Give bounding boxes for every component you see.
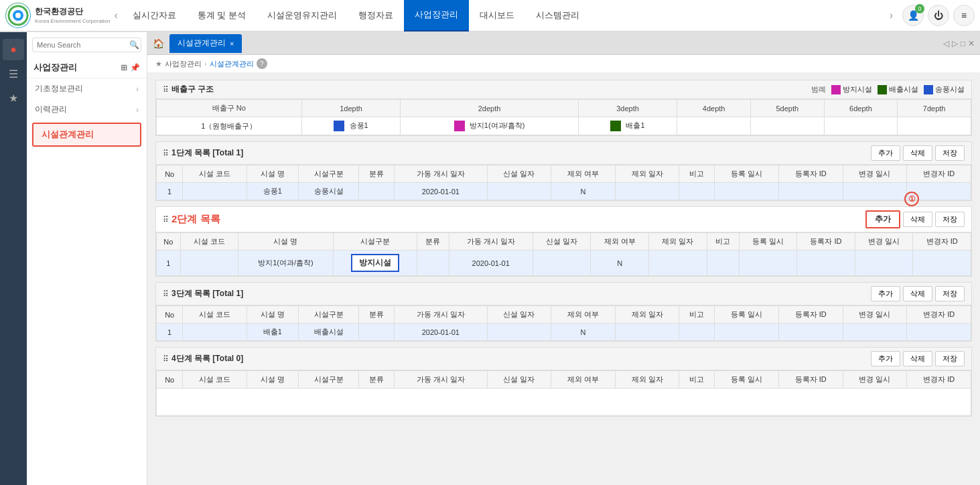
sidebar-icon-home[interactable]: ●	[3, 39, 24, 60]
emission-structure-table: 배출구 No 1depth 2depth 3depth 4depth 5dept…	[156, 99, 971, 135]
level4-delete-btn[interactable]: 삭제	[903, 351, 932, 366]
top-nav: 한국환경공단 Korea Environment Corporation ‹ 실…	[0, 0, 980, 32]
page-content: ⠿ 배출구 구조 범례 방지시설 배출시설	[147, 73, 980, 485]
level4-section-icon: ⠿	[163, 354, 169, 364]
empty-row	[157, 389, 971, 416]
search-box: 🔍	[32, 38, 141, 52]
emission-structure-section: ⠿ 배출구 구조 범례 방지시설 배출시설	[155, 80, 972, 136]
sidebar-copy-icon[interactable]: ⊞	[121, 63, 127, 72]
svg-point-3	[15, 13, 21, 18]
sidebar-icon-bar: ● ☰ ★	[0, 32, 27, 485]
level1-add-btn[interactable]: 추가	[871, 145, 900, 161]
level3-section-title: 3단계 목록 [Total 1]	[171, 288, 243, 299]
user-badge: 0	[915, 4, 924, 13]
active-tab[interactable]: 시설관계관리 ×	[169, 34, 242, 53]
section-icon: ⠿	[163, 85, 169, 94]
breadcrumb-current[interactable]: 시설관계관리	[210, 59, 254, 69]
tab-control-3[interactable]: □	[961, 39, 965, 48]
sidebar-menu: 🔍 사업장관리 ⊞ 📌 기초정보관리 › 이력관리 › 시설관계관리	[27, 32, 147, 485]
level2-section-title: 2단계 목록	[171, 213, 220, 226]
sidebar-item-kicho[interactable]: 기초정보관리 ›	[27, 78, 147, 99]
tab-control-1[interactable]: ◁	[943, 39, 949, 48]
sidebar-item-iryeok[interactable]: 이력관리 ›	[27, 99, 147, 120]
level2-table: No 시설 코드 시설 명 시설구분 분류 가동 개시 일자 신설 일자 제외 …	[156, 232, 971, 276]
breadcrumb: ★ 사업장관리 › 시설관계관리 ?	[147, 55, 980, 73]
level1-section: ⠿ 1단계 목록 [Total 1] 추가 삭제 저장	[155, 141, 972, 201]
table-row[interactable]: 1 방지1(여과/흡착) 방지시설 2020-01-01	[157, 251, 971, 276]
nav-item-facility[interactable]: 시설운영유지관리	[257, 0, 348, 31]
tab-close-btn[interactable]: ×	[230, 40, 234, 48]
level3-delete-btn[interactable]: 삭제	[903, 286, 932, 301]
sidebar-section-title: 사업장관리 ⊞ 📌	[27, 58, 147, 78]
menu-search-input[interactable]	[37, 41, 129, 49]
level3-add-btn[interactable]: 추가	[871, 286, 900, 301]
menu-icon-btn[interactable]: ≡	[953, 5, 975, 26]
logo-area: 한국환경공단 Korea Environment Corporation	[5, 3, 111, 28]
breadcrumb-sep: ›	[204, 60, 207, 68]
table-row[interactable]: 1 배출1 배출시설 2020-01-01 N	[157, 324, 971, 341]
level2-section: ⠿ 2단계 목록 ① 추가 삭제 저장 No 시	[155, 206, 972, 277]
sidebar-icon-menu[interactable]: ☰	[3, 63, 24, 84]
breadcrumb-home-icon: ★	[155, 60, 162, 68]
nav-arrow-right[interactable]: ›	[886, 9, 897, 21]
user-icon-btn[interactable]: 👤 0	[902, 5, 924, 26]
level1-table: No 시설 코드 시설 명 시설구분 분류 가동 개시 일자 신설 일자 제외 …	[156, 165, 971, 200]
breadcrumb-parent[interactable]: 사업장관리	[165, 59, 202, 69]
nav-items: 실시간자료 통계 및 분석 시설운영유지관리 행정자료 사업장관리 대시보드 시…	[122, 0, 886, 31]
logo-text: 한국환경공단 Korea Environment Corporation	[35, 6, 111, 25]
nav-item-dashboard[interactable]: 대시보드	[469, 0, 525, 31]
level3-section-icon: ⠿	[163, 289, 169, 299]
level1-delete-btn[interactable]: 삭제	[903, 145, 932, 161]
level2-add-btn-highlight[interactable]: 추가	[865, 210, 900, 228]
logo-circle	[5, 3, 31, 28]
help-icon[interactable]: ?	[257, 58, 267, 69]
level2-save-btn[interactable]: 저장	[935, 212, 965, 227]
tab-bar: 🏠 시설관계관리 × ◁ ▷ □ ✕	[147, 32, 980, 55]
level4-add-btn[interactable]: 추가	[871, 351, 900, 366]
power-icon-btn[interactable]: ⏻	[928, 5, 949, 26]
nav-item-system[interactable]: 시스템관리	[525, 0, 590, 31]
legend-item-songpung: 송풍시설	[924, 84, 965, 94]
level4-section: ⠿ 4단계 목록 [Total 0] 추가 삭제 저장	[155, 347, 972, 417]
search-icon: 🔍	[129, 40, 139, 50]
sidebar-active-item[interactable]: 시설관계관리	[32, 123, 141, 147]
tab-control-4[interactable]: ✕	[968, 39, 975, 48]
nav-item-realtime[interactable]: 실시간자료	[122, 0, 187, 31]
sidebar-icon-star[interactable]: ★	[3, 87, 24, 109]
level1-save-btn[interactable]: 저장	[935, 145, 965, 161]
emission-section-title: 배출구 구조	[171, 84, 214, 95]
level3-section: ⠿ 3단계 목록 [Total 1] 추가 삭제 저장	[155, 282, 972, 342]
chevron-right-icon-2: ›	[136, 105, 139, 115]
main-content: 🏠 시설관계관리 × ◁ ▷ □ ✕ ★ 사업장관리 › 시설관계관리 ?	[147, 32, 980, 485]
level4-table: No 시설 코드 시설 명 시설구분 분류 가동 개시 일자 신설 일자 제외 …	[156, 370, 971, 416]
facility-type-popup: 방지시설	[351, 254, 399, 272]
level2-section-icon: ⠿	[163, 215, 169, 224]
level3-table: No 시설 코드 시설 명 시설구분 분류 가동 개시 일자 신설 일자 제외 …	[156, 305, 971, 341]
level2-delete-btn[interactable]: 삭제	[903, 212, 932, 227]
legend-area: 범례 방지시설 배출시설 송풍시설	[811, 84, 965, 94]
legend-label: 범례	[811, 84, 826, 94]
level1-section-title: 1단계 목록 [Total 1]	[171, 147, 243, 159]
level4-section-title: 4단계 목록 [Total 0]	[171, 353, 243, 364]
circle-annotation: ①	[904, 192, 919, 206]
home-icon[interactable]: 🏠	[153, 38, 164, 49]
level3-save-btn[interactable]: 저장	[935, 286, 965, 301]
legend-item-bangji: 방지시설	[831, 84, 872, 94]
chevron-right-icon: ›	[136, 84, 139, 94]
nav-item-business[interactable]: 사업장관리	[404, 0, 469, 31]
level1-section-icon: ⠿	[163, 149, 169, 158]
level4-save-btn[interactable]: 저장	[935, 351, 965, 366]
sidebar-pin-icon[interactable]: 📌	[130, 63, 140, 72]
tab-label: 시설관계관리	[178, 38, 226, 49]
table-row[interactable]: 1 송풍1 송풍시설 2020-01-01 N	[157, 183, 971, 200]
nav-arrow-left[interactable]: ‹	[111, 9, 122, 21]
tab-control-2[interactable]: ▷	[952, 39, 958, 48]
table-row[interactable]: 1（원형배출구） 송풍1 방지1(여과/흡착) 배출	[157, 117, 971, 135]
legend-item-baechul: 배출시설	[878, 84, 918, 94]
nav-item-admin[interactable]: 행정자료	[348, 0, 404, 31]
nav-item-stats[interactable]: 통계 및 분석	[187, 0, 257, 31]
